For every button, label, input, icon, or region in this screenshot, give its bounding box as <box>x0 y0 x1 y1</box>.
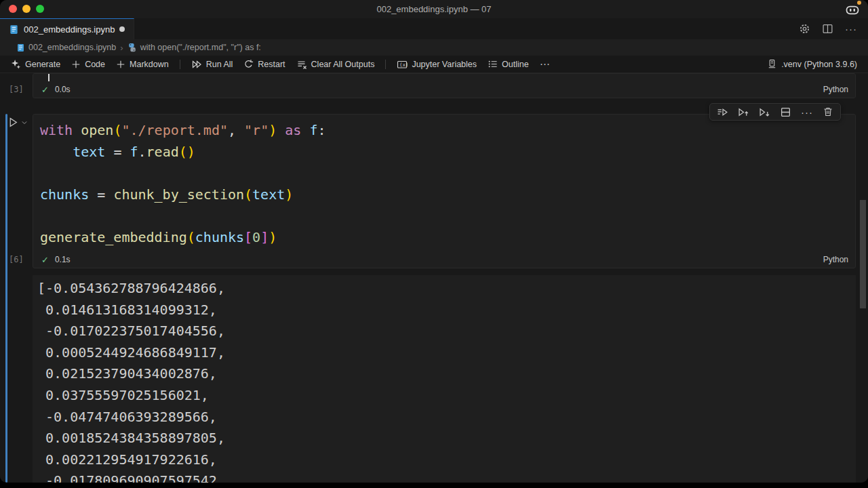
cell-above-code[interactable]: return result.embeddings[0] <box>33 74 855 81</box>
code-line[interactable]: generate_embedding(chunks[0]) <box>40 227 855 249</box>
plus-icon <box>116 60 125 69</box>
restart-button[interactable]: Restart <box>243 59 285 69</box>
toolbar-divider <box>180 60 180 69</box>
breadcrumb-file[interactable]: 002_embeddings.ipynb <box>16 43 116 52</box>
svg-text:(x): (x) <box>399 62 408 68</box>
output-line: [-0.054362788796424866, <box>37 278 856 300</box>
outline-icon <box>488 59 498 69</box>
cell-above[interactable]: return result.embeddings[0] [3] ✓ 0.0s P… <box>33 73 856 98</box>
tab-002-embeddings[interactable]: 002_embeddings.ipynb <box>0 18 134 39</box>
editor-more-actions-icon[interactable]: ··· <box>845 24 857 34</box>
add-markdown-label: Markdown <box>130 60 169 69</box>
output-line: -0.017809690907597542, <box>37 470 856 483</box>
code-line[interactable]: return result.embeddings[0] <box>33 74 855 81</box>
cell-language-picker[interactable]: Python <box>823 255 848 264</box>
jupyter-variables-button[interactable]: (x) Jupyter Variables <box>397 59 477 70</box>
tab-modified-dot[interactable] <box>119 26 125 32</box>
cell-main-code[interactable]: with open("./report.md", "r") as f: text… <box>33 115 855 251</box>
copilot-notification-dot <box>857 1 861 5</box>
generate-label: Generate <box>25 60 60 69</box>
output-line: 0.03755597025156021, <box>37 385 856 407</box>
window-title: 002_embeddings.ipynb — 07 <box>0 0 868 18</box>
code-line[interactable] <box>40 205 855 227</box>
add-markdown-cell-button[interactable]: Markdown <box>116 60 169 69</box>
breadcrumb: 002_embeddings.ipynb › with open("./repo… <box>0 39 868 56</box>
run-all-label: Run All <box>206 60 233 69</box>
execution-count: [3] <box>9 85 24 94</box>
cell-main-status-bar: [6] ✓ 0.1s Python <box>33 251 855 268</box>
toolbar-more-icon: ⋯ <box>540 59 551 69</box>
output-line: 0.021523790434002876, <box>37 363 856 385</box>
kernel-picker[interactable]: .venv (Python 3.9.6) <box>767 59 857 69</box>
run-cell-button[interactable] <box>7 117 19 128</box>
generate-button[interactable]: Generate <box>11 59 60 69</box>
tab-label: 002_embeddings.ipynb <box>24 24 115 35</box>
notebook-file-icon <box>9 24 19 35</box>
titlebar: 002_embeddings.ipynb — 07 <box>0 0 868 18</box>
run-cell-and-below-icon[interactable] <box>759 106 770 118</box>
execution-time: 0.1s <box>55 255 71 264</box>
add-code-cell-button[interactable]: Code <box>71 60 105 69</box>
gear-icon[interactable] <box>799 23 810 35</box>
output-line: -0.017022375017404556, <box>37 321 856 342</box>
kernel-icon <box>767 59 777 69</box>
cell-main[interactable]: with open("./report.md", "r") as f: text… <box>33 114 856 268</box>
clear-outputs-icon <box>296 59 307 70</box>
cell-more-actions-icon[interactable]: ··· <box>801 107 813 117</box>
vscode-window: 002_embeddings.ipynb — 07 002_embeddings… <box>0 0 868 483</box>
plus-icon <box>71 60 81 69</box>
cell-above-status-bar: [3] ✓ 0.0s Python <box>33 81 855 98</box>
copilot-icon[interactable] <box>846 3 859 16</box>
success-check-icon: ✓ <box>41 255 49 265</box>
toolbar-divider <box>385 60 386 69</box>
notebook-file-icon <box>16 43 25 52</box>
toolbar-more-button[interactable]: ⋯ <box>540 59 551 69</box>
chevron-down-icon[interactable] <box>21 119 28 126</box>
execute-above-icon[interactable] <box>717 106 728 118</box>
run-cells-above-icon[interactable] <box>738 106 749 118</box>
run-all-icon <box>191 59 202 70</box>
kernel-label: .venv (Python 3.9.6) <box>781 60 857 69</box>
code-line[interactable]: with open("./report.md", "r") as f: <box>40 120 855 142</box>
add-code-label: Code <box>85 60 105 69</box>
notebook-editor: return result.embeddings[0] [3] ✓ 0.0s P… <box>0 73 868 483</box>
tab-bar: 002_embeddings.ipynb ··· <box>0 18 868 39</box>
code-line[interactable]: text = f.read() <box>40 142 855 163</box>
clear-all-outputs-label: Clear All Outputs <box>311 60 375 69</box>
outline-label: Outline <box>502 60 529 69</box>
breadcrumb-file-label: 002_embeddings.ipynb <box>28 43 116 52</box>
text-cursor <box>48 74 50 81</box>
output-line: 0.002212954917922616, <box>37 449 856 471</box>
variables-icon: (x) <box>397 59 408 70</box>
execution-time: 0.0s <box>55 85 71 94</box>
success-check-icon: ✓ <box>41 85 49 95</box>
python-icon <box>127 43 137 52</box>
output-line: 0.0005244924686849117, <box>37 342 856 364</box>
code-line[interactable]: chunks = chunk_by_section(text) <box>40 184 855 206</box>
jupyter-variables-label: Jupyter Variables <box>412 60 477 69</box>
breadcrumb-cell[interactable]: with open("./report.md", "r") as f: <box>127 43 261 52</box>
breadcrumb-cell-label: with open("./report.md", "r") as f: <box>140 43 261 52</box>
restart-icon <box>243 59 254 69</box>
code-line[interactable] <box>40 163 855 184</box>
clear-all-outputs-button[interactable]: Clear All Outputs <box>296 59 375 70</box>
output-line: -0.04747406393289566, <box>37 407 856 428</box>
output-line: 0.0018524384358897805, <box>37 428 856 449</box>
run-all-button[interactable]: Run All <box>191 59 233 70</box>
cell-hover-toolbar: ··· <box>709 103 841 121</box>
delete-cell-icon[interactable] <box>823 106 833 117</box>
cell-language-picker[interactable]: Python <box>823 85 848 94</box>
output-line: 0.014613168314099312, <box>37 300 856 321</box>
outline-button[interactable]: Outline <box>488 59 529 69</box>
split-cell-icon[interactable] <box>780 106 791 118</box>
vertical-scrollbar[interactable] <box>860 200 866 308</box>
output-lines: [-0.054362788796424866, 0.01461316831409… <box>37 278 856 483</box>
cell-output: ··· [-0.054362788796424866, 0.0146131683… <box>33 275 856 483</box>
breadcrumb-separator: › <box>120 43 123 53</box>
focused-cell-indicator <box>5 114 7 483</box>
execution-count: [6] <box>9 255 24 264</box>
notebook-toolbar: Generate Code Markdown Run All <box>0 56 868 73</box>
sparkle-icon <box>11 59 21 69</box>
split-editor-icon[interactable] <box>822 23 833 35</box>
restart-label: Restart <box>258 60 285 69</box>
